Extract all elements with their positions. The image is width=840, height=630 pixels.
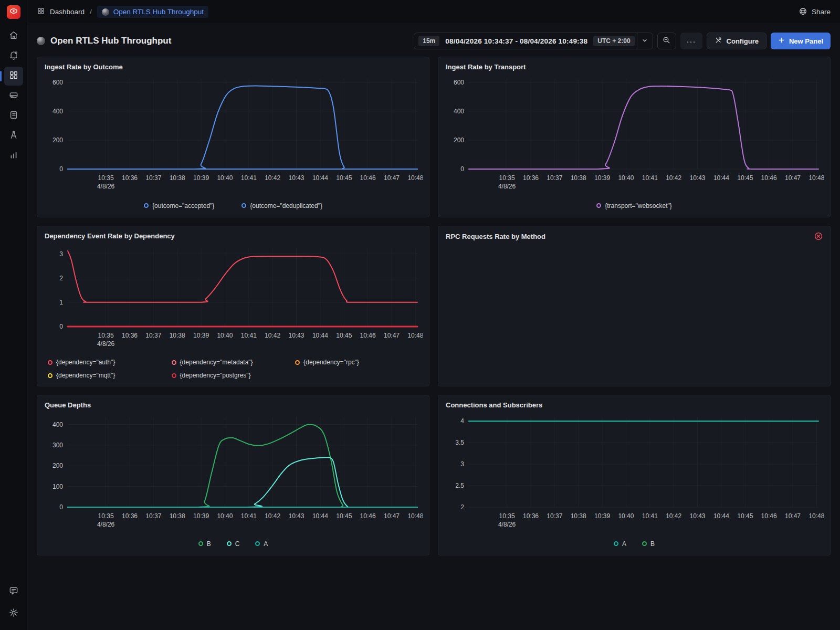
sidebar-item-datasources[interactable] xyxy=(4,87,23,106)
sidebar-item-analytics[interactable] xyxy=(4,146,23,165)
bell-icon xyxy=(8,50,19,62)
legend-item[interactable]: {outcome="accepted"} xyxy=(144,202,214,209)
legend-item[interactable]: {dependency="mqtt"} xyxy=(48,372,172,379)
svg-text:10:47: 10:47 xyxy=(785,512,801,520)
legend-series-ring-icon xyxy=(172,373,176,378)
sidebar-item-feedback[interactable] xyxy=(4,582,23,601)
panel-connections-subscribers: Connections and Subscribers 22.533.5410:… xyxy=(438,395,831,555)
timeseries-chart[interactable]: 020040060010:354/8/2610:3610:3710:3810:3… xyxy=(44,74,423,196)
panel-ingest-rate-by-outcome: Ingest Rate by Outcome 020040060010:354/… xyxy=(37,57,429,217)
comment-icon xyxy=(8,585,19,598)
svg-text:10:36: 10:36 xyxy=(523,512,539,520)
svg-text:0: 0 xyxy=(460,165,464,173)
svg-text:10:42: 10:42 xyxy=(666,512,681,520)
legend-item[interactable]: C xyxy=(227,540,240,548)
panel-title[interactable]: Queue Depths xyxy=(45,401,91,409)
svg-text:4/8/26: 4/8/26 xyxy=(498,521,516,528)
legend-item[interactable]: B xyxy=(642,540,655,548)
timeseries-chart[interactable]: 010020030040010:354/8/2610:3610:3710:381… xyxy=(44,412,423,534)
dashboard-toolbar: 15m 08/04/2026 10:34:37 - 08/04/2026 10:… xyxy=(414,33,831,49)
svg-text:10:38: 10:38 xyxy=(170,174,185,182)
panel-header: Queue Depths xyxy=(44,400,423,412)
time-range-picker[interactable]: 15m 08/04/2026 10:34:37 - 08/04/2026 10:… xyxy=(414,33,653,49)
new-panel-button[interactable]: New Panel xyxy=(771,33,831,49)
zoom-out-button[interactable] xyxy=(657,33,676,49)
timeseries-chart[interactable]: 012310:354/8/2610:3610:3710:3810:3910:40… xyxy=(44,243,423,354)
svg-text:10:41: 10:41 xyxy=(241,332,257,339)
svg-text:2: 2 xyxy=(460,503,464,511)
time-picker-chevron[interactable] xyxy=(637,33,653,49)
legend-series-label: {outcome="deduplicated"} xyxy=(250,202,322,209)
svg-text:0: 0 xyxy=(59,323,63,330)
gear-icon xyxy=(8,607,19,620)
legend-series-label: {dependency="mqtt"} xyxy=(56,372,115,379)
panel-title[interactable]: Dependency Event Rate by Dependency xyxy=(45,232,175,240)
svg-text:10:41: 10:41 xyxy=(241,512,257,520)
legend-item[interactable]: {dependency="metadata"} xyxy=(172,359,296,366)
svg-text:10:47: 10:47 xyxy=(785,174,801,182)
panel-title[interactable]: Connections and Subscribers xyxy=(446,401,542,409)
app-logo[interactable] xyxy=(7,5,20,19)
legend-item[interactable]: A xyxy=(255,540,268,548)
panel-title[interactable]: Ingest Rate by Transport xyxy=(446,63,526,71)
sidebar-item-settings[interactable] xyxy=(4,604,23,623)
legend-series-ring-icon xyxy=(198,541,203,546)
svg-text:200: 200 xyxy=(454,136,464,144)
svg-text:10:48: 10:48 xyxy=(808,174,824,182)
sidebar-item-explore[interactable] xyxy=(4,127,23,145)
configure-button[interactable]: Configure xyxy=(707,33,766,49)
more-options-button[interactable]: ··· xyxy=(680,33,702,49)
timezone-badge: UTC + 2:00 xyxy=(593,36,634,46)
svg-text:10:48: 10:48 xyxy=(407,512,423,520)
svg-text:400: 400 xyxy=(52,108,63,115)
legend-item[interactable]: {outcome="deduplicated"} xyxy=(242,202,322,209)
legend-series-label: B xyxy=(207,540,211,548)
breadcrumb-current[interactable]: Open RTLS Hub Throughput xyxy=(97,6,208,18)
dashboard-sphere-icon xyxy=(102,8,109,16)
page-header: Open RTLS Hub Throughput 15m 08/04/2026 … xyxy=(27,24,840,57)
svg-text:10:44: 10:44 xyxy=(312,512,328,520)
chart-legend: AB xyxy=(445,534,824,553)
legend-item[interactable]: {dependency="auth"} xyxy=(48,359,172,366)
svg-text:10:44: 10:44 xyxy=(312,332,328,339)
svg-text:200: 200 xyxy=(52,136,63,144)
eye-logo-icon xyxy=(9,6,18,18)
share-button[interactable]: Share xyxy=(799,7,831,17)
svg-text:10:39: 10:39 xyxy=(193,512,209,520)
svg-text:10:35: 10:35 xyxy=(499,512,515,520)
legend-item[interactable]: A xyxy=(614,540,626,548)
timeseries-chart[interactable]: 22.533.5410:354/8/2610:3610:3710:3810:39… xyxy=(445,412,824,534)
legend-item[interactable]: B xyxy=(198,540,211,548)
svg-text:10:45: 10:45 xyxy=(336,512,352,520)
chart-legend xyxy=(445,243,824,384)
legend-series-ring-icon xyxy=(242,203,246,208)
legend-item[interactable]: {transport="websocket"} xyxy=(596,202,672,209)
panel-title[interactable]: RPC Requests Rate by Method xyxy=(446,233,545,240)
tools-icon xyxy=(715,36,722,46)
svg-text:600: 600 xyxy=(52,79,63,86)
configure-label: Configure xyxy=(727,37,759,45)
sidebar-item-logs[interactable] xyxy=(4,107,23,125)
breadcrumb-root[interactable]: Dashboard xyxy=(37,7,85,17)
legend-series-ring-icon xyxy=(48,360,52,365)
panel-error-icon[interactable] xyxy=(814,232,823,240)
legend-item[interactable]: {dependency="rpc"} xyxy=(295,359,419,366)
legend-series-label: C xyxy=(235,540,240,548)
sidebar-item-home[interactable] xyxy=(4,27,23,46)
svg-text:10:37: 10:37 xyxy=(145,332,161,339)
sidebar-item-dashboards[interactable] xyxy=(4,67,23,86)
chart-legend: {dependency="auth"}{dependency="metadata… xyxy=(44,354,423,384)
breadcrumb-separator: / xyxy=(90,8,92,16)
timeseries-chart[interactable]: 020040060010:354/8/2610:3610:3710:3810:3… xyxy=(445,74,824,196)
svg-text:0: 0 xyxy=(59,503,63,511)
svg-text:10:47: 10:47 xyxy=(384,332,400,339)
sidebar-item-alerting[interactable] xyxy=(4,47,23,66)
panel-header: Ingest Rate by Outcome xyxy=(44,62,423,74)
svg-text:10:37: 10:37 xyxy=(547,512,562,520)
panel-title[interactable]: Ingest Rate by Outcome xyxy=(45,63,123,71)
svg-text:10:35: 10:35 xyxy=(499,174,515,182)
legend-series-ring-icon xyxy=(596,203,601,208)
svg-text:10:44: 10:44 xyxy=(713,512,729,520)
legend-item[interactable]: {dependency="postgres"} xyxy=(172,372,296,379)
svg-text:10:38: 10:38 xyxy=(170,332,185,339)
